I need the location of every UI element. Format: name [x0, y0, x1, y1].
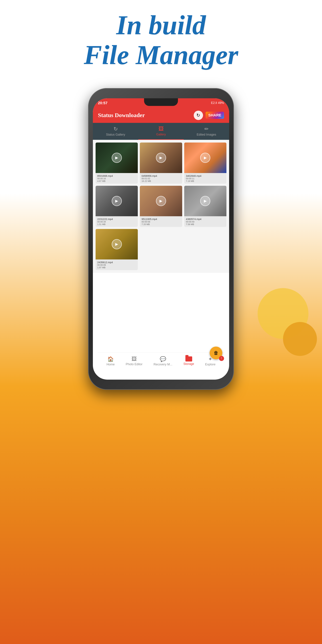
tab-gallery-label: Gallery	[156, 133, 166, 136]
status-icons: E2.ll 49%	[211, 101, 224, 105]
video-name-3: 3402848.mp4	[186, 174, 225, 177]
video-thumb-5: ▶	[140, 186, 182, 216]
video-size-7: 1.97 MB	[97, 266, 136, 269]
nav-storage[interactable]: Storage	[183, 356, 194, 366]
page-title-block: In build File Manager	[0, 0, 322, 76]
video-size-6: 7.58 MB	[186, 223, 225, 226]
video-size-1: 4.67 MB	[97, 180, 136, 182]
status-time: 20:57	[98, 101, 108, 105]
video-size-2: 16.22 MB	[142, 180, 180, 182]
play-button-6[interactable]: ▶	[200, 196, 210, 206]
page-title-line1: In build	[0, 10, 322, 40]
video-card-3[interactable]: ▶ 3402848.mp4 00:00:11 7.19 MB	[184, 142, 226, 184]
folder-icon	[186, 356, 192, 362]
phone-body: 20:57 E2.ll 49% Status Downloader ↻ SHAR…	[88, 88, 234, 390]
video-duration-4: 00:00:34	[97, 220, 136, 223]
app-title: Status Downloader	[98, 112, 145, 118]
video-info-6: 4380574.mp4 00:00:40 7.58 MB	[184, 216, 226, 227]
video-name-6: 4380574.mp4	[186, 218, 225, 220]
video-thumb-2: ▶	[140, 142, 182, 173]
video-card-6[interactable]: ▶ 4380574.mp4 00:00:40 7.58 MB	[184, 186, 226, 227]
video-card-1[interactable]: ▶ 8501668.mp4 00:00:16 4.67 MB	[96, 142, 138, 184]
bottom-nav: 🏠 Home 🖼 Photo Editor 💬 Recovery M... St…	[98, 352, 224, 370]
video-duration-1: 00:00:16	[97, 177, 136, 180]
video-thumb-6: ▶	[184, 186, 226, 216]
video-info-3: 3402848.mp4 00:00:11 7.19 MB	[184, 173, 226, 184]
trash-fab-button[interactable]: 🗑 !	[210, 346, 222, 359]
phone-screen: 20:57 E2.ll 49% Status Downloader ↻ SHAR…	[93, 98, 229, 380]
refresh-button[interactable]: ↻	[194, 111, 203, 120]
play-button-2[interactable]: ▶	[156, 153, 166, 163]
phone-notch	[144, 98, 178, 106]
share-button[interactable]: SHARE	[206, 112, 224, 119]
nav-photo-editor-label: Photo Editor	[126, 362, 142, 366]
play-button-1[interactable]: ▶	[112, 153, 122, 163]
photo-editor-icon: 🖼	[132, 356, 136, 362]
edited-images-icon: ✏	[204, 126, 208, 132]
video-duration-6: 00:00:40	[186, 220, 225, 223]
video-grid: ▶ 8501668.mp4 00:00:16 4.67 MB ▶ 0458956…	[93, 140, 229, 273]
nav-recovery-label: Recovery M...	[154, 363, 172, 366]
video-info-7: 2435612.mp4 00:00:09 1.97 MB	[96, 260, 138, 270]
tab-edited-images-label: Edited Images	[196, 133, 216, 136]
tab-bar: ↻ Status Gallery 🖼 Gallery ✏ Edited Imag…	[93, 123, 229, 140]
video-duration-3: 00:00:11	[186, 177, 225, 180]
nav-storage-label: Storage	[183, 362, 194, 366]
battery-icon: 49%	[218, 101, 224, 105]
video-duration-2: 00:01:02	[142, 177, 180, 180]
video-name-1: 8501668.mp4	[97, 174, 136, 177]
signal-icon: E2.ll	[211, 101, 217, 105]
video-card-2[interactable]: ▶ 0458956.mp4 00:01:02 16.22 MB	[140, 142, 182, 184]
nav-home[interactable]: 🏠 Home	[106, 356, 115, 366]
deco-circle-2	[283, 322, 317, 356]
video-info-4: 2231222.mp4 00:00:34 1.51 MB	[96, 216, 138, 227]
recovery-icon: 💬	[160, 356, 166, 362]
video-thumb-7: ▶	[96, 229, 138, 260]
video-card-7[interactable]: ▶ 2435612.mp4 00:00:09 1.97 MB	[96, 229, 138, 270]
tab-edited-images[interactable]: ✏ Edited Images	[184, 123, 229, 140]
nav-recovery[interactable]: 💬 Recovery M...	[154, 356, 172, 366]
tab-status-gallery[interactable]: ↻ Status Gallery	[93, 123, 138, 140]
status-gallery-icon: ↻	[114, 126, 118, 132]
video-thumb-1: ▶	[96, 142, 138, 173]
video-size-5: 7.33 MB	[142, 223, 180, 226]
video-name-4: 2231222.mp4	[97, 218, 136, 220]
play-button-3[interactable]: ▶	[200, 153, 210, 163]
home-icon: 🏠	[108, 356, 114, 362]
page-title-line2: File Manager	[0, 40, 322, 70]
video-size-3: 7.19 MB	[186, 180, 225, 182]
trash-fab-badge: !	[219, 356, 224, 361]
app-actions: ↻ SHARE	[194, 111, 224, 120]
video-size-4: 1.51 MB	[97, 223, 136, 226]
video-card-4[interactable]: ▶ 2231222.mp4 00:00:34 1.51 MB	[96, 186, 138, 227]
video-duration-5: 00:00:58	[142, 220, 180, 223]
video-card-5[interactable]: ▶ 9511005.mp4 00:00:58 7.33 MB	[140, 186, 182, 227]
tab-gallery[interactable]: 🖼 Gallery	[138, 123, 184, 140]
video-info-1: 8501668.mp4 00:00:16 4.67 MB	[96, 173, 138, 184]
tab-status-gallery-label: Status Gallery	[106, 133, 125, 136]
video-name-5: 9511005.mp4	[142, 218, 180, 220]
phone-device: 20:57 E2.ll 49% Status Downloader ↻ SHAR…	[88, 88, 234, 390]
video-name-7: 2435612.mp4	[97, 261, 136, 264]
video-thumb-4: ▶	[96, 186, 138, 216]
video-info-5: 9511005.mp4 00:00:58 7.33 MB	[140, 216, 182, 227]
nav-photo-editor[interactable]: 🖼 Photo Editor	[126, 356, 142, 366]
play-button-4[interactable]: ▶	[112, 196, 122, 206]
video-name-2: 0458956.mp4	[142, 174, 180, 177]
video-duration-7: 00:00:09	[97, 264, 136, 266]
play-button-7[interactable]: ▶	[112, 239, 122, 249]
app-bar: Status Downloader ↻ SHARE	[93, 108, 229, 123]
gallery-icon: 🖼	[158, 126, 164, 132]
play-button-5[interactable]: ▶	[156, 196, 166, 206]
nav-explore-label: Explore	[205, 363, 216, 366]
nav-home-label: Home	[106, 363, 115, 366]
video-thumb-3: ▶	[184, 142, 226, 173]
video-info-2: 0458956.mp4 00:01:02 16.22 MB	[140, 173, 182, 184]
